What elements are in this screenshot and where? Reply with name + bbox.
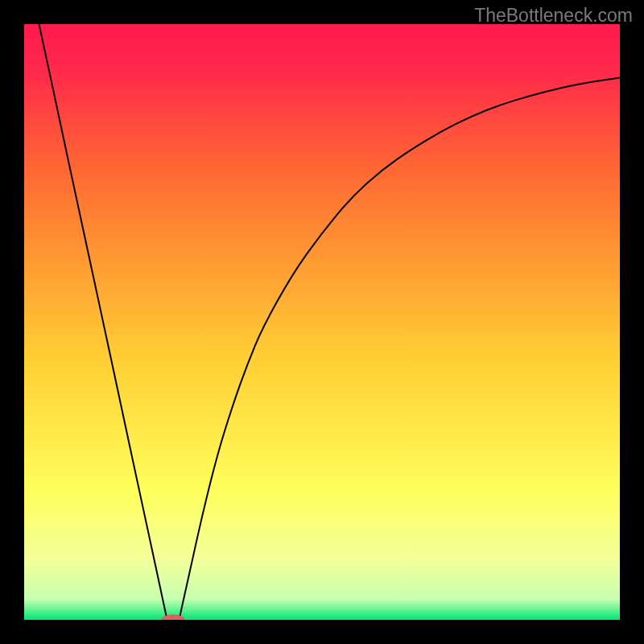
chart-outer-frame: TheBottleneck.com xyxy=(0,0,644,644)
bottleneck-chart-svg xyxy=(24,24,620,620)
plot-area xyxy=(24,24,620,620)
watermark-text: TheBottleneck.com xyxy=(474,5,633,27)
gradient-background xyxy=(24,24,620,620)
